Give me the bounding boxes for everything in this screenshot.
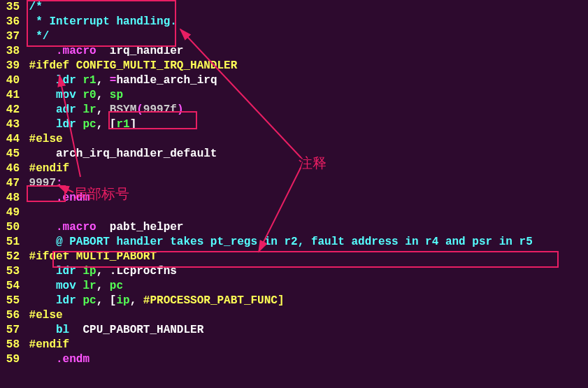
code-token: /* (22, 1, 43, 13)
line-number: 38 (0, 44, 22, 59)
code-line: 57 bl CPU_PABORT_HANDLER (0, 323, 588, 338)
line-number: 47 (0, 176, 22, 191)
code-token: 9997f (143, 103, 177, 116)
line-code: mov r0, sp (22, 88, 588, 103)
code-line: 36 * Interrupt handling. (0, 15, 588, 29)
line-code: .macro irq_handler (22, 44, 588, 59)
code-token: #else (29, 133, 63, 145)
line-code: #else (22, 308, 588, 323)
code-token: handle_arch_irq (116, 74, 217, 87)
code-token: mov (56, 280, 76, 292)
code-token: r1 (116, 118, 129, 131)
line-number: 45 (0, 147, 22, 161)
code-token: , [ (96, 294, 117, 307)
line-number: 51 (0, 235, 22, 250)
code-token (22, 265, 56, 278)
code-line: 46 #endif (0, 161, 588, 176)
code-editor: 35 /*36 * Interrupt handling.37 */38 .ma… (0, 0, 588, 367)
code-token: #ifdef CONFIG_MULTI_IRQ_HANDLER (29, 59, 238, 72)
code-token: pc (110, 280, 123, 292)
code-token: pabt_helper (96, 221, 184, 233)
line-number: 49 (0, 206, 22, 220)
code-token: sp (110, 89, 123, 101)
code-token (76, 265, 83, 278)
line-number: 52 (0, 250, 22, 264)
code-token (22, 133, 29, 145)
code-token (22, 338, 29, 351)
code-token: , (96, 103, 110, 116)
code-token: @ PABORT handler takes pt_regs in r2, fa… (56, 236, 533, 248)
code-token: pc (83, 118, 96, 131)
line-number: 41 (0, 88, 22, 103)
code-line: 45 arch_irq_handler_default (0, 147, 588, 161)
code-line: 41 mov r0, sp (0, 88, 588, 103)
line-code: adr lr, BSYM(9997f) (22, 103, 588, 117)
code-line: 37 */ (0, 29, 588, 44)
code-token (22, 309, 29, 322)
code-token: mov (56, 89, 76, 101)
code-token: .macro (56, 221, 96, 233)
line-code: ldr ip, .Lcprocfns (22, 264, 588, 279)
code-token: arch_irq_handler_default (22, 148, 217, 160)
code-token: CPU_PABORT_HANDLER (69, 324, 203, 336)
line-number: 37 (0, 29, 22, 44)
line-number: 57 (0, 323, 22, 338)
code-line: 42 adr lr, BSYM(9997f) (0, 103, 588, 117)
code-token: * Interrupt handling. (22, 15, 177, 28)
code-token: */ (22, 30, 49, 43)
code-token (22, 103, 56, 116)
code-line: 40 ldr r1, =handle_arch_irq (0, 73, 588, 88)
code-line: 43 ldr pc, [r1] (0, 117, 588, 132)
code-token (22, 45, 56, 57)
code-token (76, 74, 83, 87)
code-line: 55 ldr pc, [ip, #PROCESSOR_PABT_FUNC] (0, 294, 588, 308)
code-line: 58 #endif (0, 338, 588, 352)
line-code: #endif (22, 338, 588, 352)
code-line: 59 .endm (0, 352, 588, 367)
line-number: 43 (0, 117, 22, 132)
code-token: lr (83, 280, 96, 292)
line-code: .macro pabt_helper (22, 220, 588, 235)
line-number: 53 (0, 264, 22, 279)
line-number: 40 (0, 73, 22, 88)
line-code: ldr pc, [ip, #PROCESSOR_PABT_FUNC] (22, 294, 588, 308)
line-code: /* (22, 0, 588, 15)
code-token (22, 324, 56, 336)
annotation-local-label: 局部标号 (73, 185, 129, 203)
code-line: 51 @ PABORT handler takes pt_regs in r2,… (0, 235, 588, 250)
code-line: 54 mov lr, pc (0, 279, 588, 294)
line-number: 48 (0, 191, 22, 206)
code-token (76, 103, 83, 116)
code-token (22, 353, 56, 366)
code-token: ip (116, 294, 129, 307)
code-token: #else (29, 309, 63, 322)
code-token (22, 192, 56, 204)
code-token: pc (83, 294, 96, 307)
line-code: bl CPU_PABORT_HANDLER (22, 323, 588, 338)
code-token (22, 118, 56, 131)
line-code: * Interrupt handling. (22, 15, 588, 29)
line-code (22, 206, 588, 220)
line-number: 56 (0, 308, 22, 323)
code-token (22, 177, 29, 189)
line-number: 36 (0, 15, 22, 29)
code-token (22, 280, 56, 292)
line-code: mov lr, pc (22, 279, 588, 294)
line-number: 39 (0, 59, 22, 73)
line-number: 35 (0, 0, 22, 15)
code-token: , .Lcprocfns (96, 265, 177, 278)
code-token (22, 74, 56, 87)
code-token (22, 59, 29, 72)
code-token: ] (130, 118, 137, 131)
code-token: r0 (83, 89, 96, 101)
line-number: 58 (0, 338, 22, 352)
code-token (76, 118, 83, 131)
code-line: 44 #else (0, 132, 588, 147)
code-token (22, 162, 29, 175)
code-token: ( (136, 103, 143, 116)
code-token: adr (56, 103, 76, 116)
code-token: .macro (56, 45, 96, 57)
line-number: 46 (0, 161, 22, 176)
line-number: 59 (0, 352, 22, 367)
code-token: ldr (56, 74, 76, 87)
